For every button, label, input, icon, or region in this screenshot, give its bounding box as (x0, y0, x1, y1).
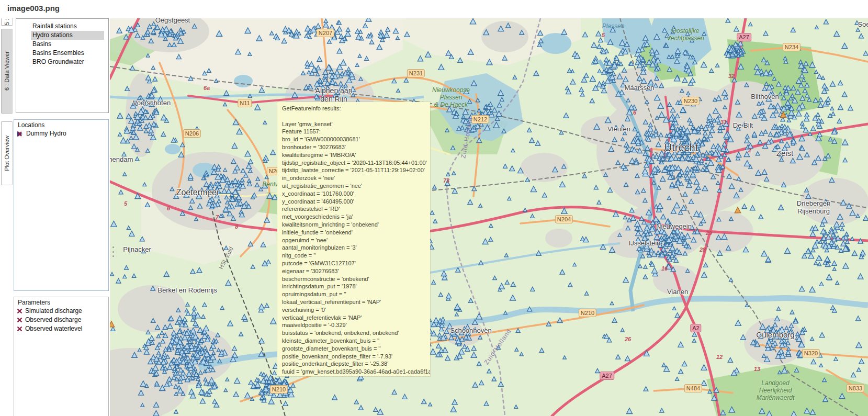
layer-list-item[interactable]: Basins Ensembles (31, 49, 104, 58)
getfeatureinfo-line: fuuid = 'gmw_kenset.bd395a90-36a6-46ad-a… (282, 368, 425, 376)
sidebar-splitter-handle[interactable] (111, 245, 115, 258)
getfeatureinfo-line: maaiveldpositie = '-0.329' (282, 321, 425, 329)
parameters-panel: Parameters Simulated dischargeObserved d… (14, 297, 109, 416)
getfeatureinfo-line: verticaal_referentievlak = 'NAP' (282, 314, 425, 322)
getfeatureinfo-title: GetFeatureInfo results: (282, 105, 425, 113)
map-canvas (110, 18, 868, 416)
getfeatureinfo-line: Layer 'gmw_kenset' (282, 120, 425, 128)
getfeatureinfo-line: positie_onderkant_diepste_filter = '-25.… (282, 360, 425, 368)
window-title: image003.png (7, 4, 60, 13)
getfeatureinfo-line: opgeruimd = 'nee' (282, 237, 425, 244)
layer-list-item[interactable]: BRO Groundwater (31, 58, 104, 66)
parameter-item-label: Simulated discharge (25, 307, 82, 315)
layer-list-item[interactable]: Basins (31, 40, 104, 49)
parameter-item-label: Observed waterlevel (25, 325, 82, 333)
getfeatureinfo-line: nitg_code = '' (282, 252, 425, 260)
location-item-label: Dummy Hydro (26, 130, 66, 138)
x-icon (17, 308, 22, 314)
side-tab[interactable]: Plot Overview (1, 121, 13, 185)
parameter-item[interactable]: Observed discharge (17, 316, 108, 324)
layer-list-item[interactable]: Hydro stations (31, 31, 104, 40)
title-bar: image003.png (0, 0, 868, 18)
map-view[interactable]: OegstgeestVoorschotenLeidschendamZoeterm… (110, 18, 868, 416)
x-icon (17, 317, 22, 323)
getfeatureinfo-line: bronhouder = '30276683' (282, 143, 425, 151)
layer-list: Rainfall stationsHydro stationsBasinsBas… (16, 18, 109, 113)
x-icon (17, 326, 22, 332)
layer-list-item[interactable]: Rainfall stations (31, 22, 104, 31)
getfeatureinfo-line: putcode = 'GMW31C127107' (282, 260, 425, 267)
getfeatureinfo-line: Feature 11557: (282, 128, 425, 136)
getfeatureinfo-line: aantal_monitoringbuizen = '3' (282, 244, 425, 252)
getfeatureinfo-line: uit_registratie_genomen = 'nee' (282, 182, 425, 190)
location-item[interactable]: Dummy Hydro (17, 130, 108, 138)
getfeatureinfo-line: in_onderzoek = 'nee' (282, 174, 425, 182)
getfeatureinfo-line: grootste_diameter_bovenkant_buis = '' (282, 345, 425, 353)
getfeatureinfo-line: kwaliteitsnorm_inrichting = 'onbekend' (282, 221, 425, 229)
getfeatureinfo-line: positie_bovenkant_ondiepste_filter = '-7… (282, 353, 425, 361)
getfeatureinfo-line: eigenaar = '30276683' (282, 267, 425, 275)
getfeatureinfo-line: met_voorgeschiedenis = 'ja' (282, 213, 425, 221)
getfeatureinfo-line: buisstatus = 'onbekend, onbekend, onbeke… (282, 329, 425, 337)
getfeatureinfo-line: verschuiving = '0' (282, 306, 425, 314)
parameters-header: Parameters (18, 299, 108, 306)
parameter-item-label: Observed discharge (25, 316, 81, 324)
parameter-item[interactable]: Observed waterlevel (17, 325, 108, 333)
getfeatureinfo-line: referentiestelsel = 'RD' (282, 205, 425, 213)
getfeatureinfo-line: beschermconstructie = 'onbekend' (282, 275, 425, 283)
getfeatureinfo-line: tijdstip_registratie_object = '2020-11-1… (282, 159, 425, 167)
parameter-item[interactable]: Simulated discharge (17, 307, 108, 315)
getfeatureinfo-line: tijdstip_laatste_correctie = '2021-05-11… (282, 166, 425, 174)
side-tab-label: Plot Overview (4, 136, 10, 171)
hydro-marker-icon (17, 131, 24, 137)
getfeatureinfo-spacer (282, 113, 425, 120)
getfeatureinfo-line: y_coordinaat = '460495.000' (282, 198, 425, 206)
locations-header: Locations (18, 121, 108, 129)
side-tab-strip: 5 : F6 : Data ViewerPlot Overview (0, 13, 13, 416)
getfeatureinfo-line: kwaliteitsregime = 'IMBRO/A' (282, 151, 425, 159)
getfeatureinfo-line: opruimingsdatum_put = '' (282, 290, 425, 298)
getfeatureinfo-line: initiele_functie = 'onbekend' (282, 229, 425, 237)
application-window: image003.png 5 : F6 : Data ViewerPlot Ov… (0, 0, 868, 416)
getfeatureinfo-line: inrichtingsdatum_put = '1978' (282, 283, 425, 290)
locations-panel: Locations Dummy Hydro (14, 119, 109, 291)
getfeatureinfo-popup: GetFeatureInfo results: Layer 'gmw_kense… (277, 102, 430, 376)
side-tab[interactable]: 6 : Data Viewer (1, 29, 13, 114)
getfeatureinfo-line: kleinste_diameter_bovenkant_buis = '' (282, 337, 425, 345)
side-tab-label: 6 : Data Viewer (4, 51, 10, 91)
getfeatureinfo-line: bro_id = 'GMW000000038681' (282, 136, 425, 143)
getfeatureinfo-line: lokaal_verticaal_referentiepunt = 'NAP' (282, 298, 425, 306)
getfeatureinfo-line: x_coordinaat = '101760.000' (282, 190, 425, 198)
